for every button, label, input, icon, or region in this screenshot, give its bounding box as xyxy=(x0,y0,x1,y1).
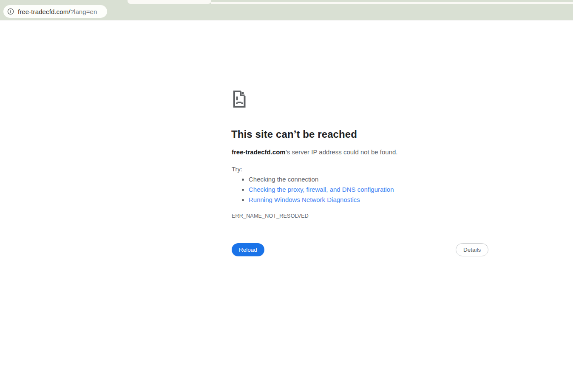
details-button[interactable]: Details xyxy=(456,243,488,256)
tab-strip-divider xyxy=(211,2,573,4)
sad-file-icon xyxy=(232,90,247,111)
error-page: This site can’t be reached free-tradecfd… xyxy=(0,20,573,392)
reload-button[interactable]: Reload xyxy=(232,243,264,256)
url-text[interactable]: free-tradecfd.com/?lang=en xyxy=(18,8,97,15)
info-icon[interactable] xyxy=(7,8,14,15)
error-message-rest: ’s server IP address could not be found. xyxy=(286,148,398,156)
address-bar[interactable]: free-tradecfd.com/?lang=en xyxy=(3,5,107,18)
error-title: This site can’t be reached xyxy=(231,128,357,140)
suggestion-list: Checking the connection Checking the pro… xyxy=(232,174,394,205)
suggestion-item-connection: Checking the connection xyxy=(249,174,394,185)
browser-toolbar: free-tradecfd.com/?lang=en xyxy=(0,0,573,20)
error-code: ERR_NAME_NOT_RESOLVED xyxy=(232,213,309,219)
suggestion-link-proxy[interactable]: Checking the proxy, firewall, and DNS co… xyxy=(249,186,394,193)
suggestion-link-diagnostics[interactable]: Running Windows Network Diagnostics xyxy=(249,196,360,203)
tab-strip-gap xyxy=(128,0,211,4)
suggestion-text: Checking the connection xyxy=(249,176,318,183)
error-message: free-tradecfd.com’s server IP address co… xyxy=(232,148,397,156)
url-domain: free-tradecfd.com/ xyxy=(18,8,71,15)
suggestion-item-proxy: Checking the proxy, firewall, and DNS co… xyxy=(249,185,394,195)
suggestion-item-diagnostics: Running Windows Network Diagnostics xyxy=(249,195,394,205)
error-domain: free-tradecfd.com xyxy=(232,148,286,156)
browser-window: free-tradecfd.com/?lang=en This site can… xyxy=(0,0,573,392)
url-query: ?lang=en xyxy=(71,8,97,15)
try-label: Try: xyxy=(232,165,242,173)
